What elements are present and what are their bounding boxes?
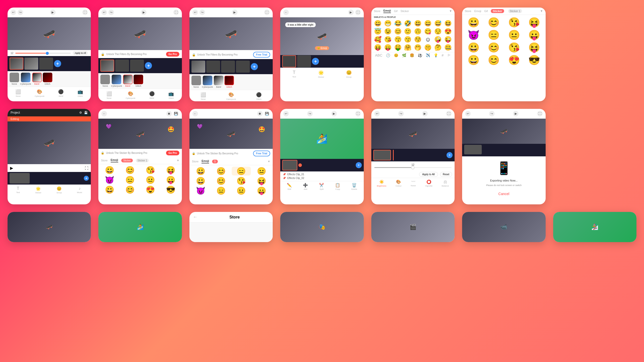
emoji-17[interactable]: 🥰 [373,36,382,43]
sg-e3[interactable]: 😘 [141,166,160,174]
sg-e8[interactable]: 😛 [161,175,180,184]
abc-activity[interactable]: ⚽ [418,53,422,57]
nav-balance-tab[interactable]: ⚖Balance [442,179,449,187]
sticker-7[interactable]: 😐 [505,29,523,40]
nav-edit-e[interactable]: ✏️Edit [287,183,292,190]
back-sticker-gopro[interactable]: ← [101,111,107,116]
play-btn[interactable]: ▶ [50,10,56,15]
sft-e2[interactable]: 😊 [211,167,231,175]
play-btn-2[interactable]: ▶ [141,10,146,15]
nav-split-e[interactable]: ✂️Split [319,183,324,190]
sft-e5[interactable]: 😀 [191,176,210,185]
sg-e9[interactable]: 😀 [100,185,119,194]
emoji-23[interactable]: 🤪 [433,36,442,43]
nav-delete-e[interactable]: 🗑️Delete [351,183,357,190]
timeline-thumb-3a[interactable] [191,61,205,73]
fullscreen-btn-3[interactable]: ⛶ [264,10,270,15]
sg-e10[interactable]: 😊 [120,185,140,194]
filter-cyberpunk-2[interactable]: Cyberpunk [111,75,122,87]
timeline-thumb-3[interactable] [39,58,53,70]
play-project[interactable]: ▶ [10,166,13,170]
sg-e12[interactable]: 😎 [161,185,180,194]
nav-copy-e[interactable]: 📋Copy [335,183,340,190]
add-clip-btn-4[interactable]: + [312,58,319,65]
sg-e2[interactable]: 😊 [120,166,140,174]
undo-btn-3[interactable]: ↩ [192,10,198,15]
sticker-sub-6[interactable]: Sticker 1 [508,9,522,13]
sft-e9[interactable]: 😈 [191,186,210,195]
tab-gif-6[interactable]: Gif [484,10,488,13]
emoji-28[interactable]: 🤗 [403,44,412,51]
fullscreen-btn-2[interactable]: ⛶ [173,10,179,15]
filter-none-3[interactable]: None [191,76,201,88]
expand-5[interactable]: ▼ [449,9,452,13]
nav-music-p[interactable]: ♪Music [77,186,82,194]
undo-effects[interactable]: ↩ [283,111,289,116]
emoji-10[interactable]: 😉 [383,28,392,35]
abc-smile[interactable]: 😊 [394,53,398,57]
timeline-thumb-4b[interactable] [297,55,311,67]
tab-sticker-badge-6[interactable]: Sticker [491,9,504,13]
tab-store-sg[interactable]: Store [101,159,107,162]
abc-recent[interactable]: 🕐 [386,53,390,57]
nav-emoji-p[interactable]: 😊Emoji [57,186,62,194]
save-icon[interactable]: 💾 [84,111,88,114]
sticker-2[interactable]: 😊 [484,17,503,28]
nav-cyberpunk-3[interactable]: 🎨Cyberpunk [226,92,236,100]
filter-bw-3[interactable]: B&W [214,76,223,88]
abc-symbols[interactable]: # [441,53,444,57]
filter-bw[interactable]: B&W [32,73,42,85]
undo-btn[interactable]: ↩ [11,10,16,15]
sticker-ft-btn[interactable]: Free Trial [253,151,270,156]
slider-track[interactable] [15,53,71,54]
add-clip-btn-3[interactable]: + [251,63,258,70]
emoji-7[interactable]: 😅 [433,20,442,27]
emoji-6[interactable]: 😄 [423,20,432,27]
emoji-2[interactable]: 😁 [383,20,392,27]
expand-br[interactable]: ⛶ [446,111,452,116]
filter-glitch-2[interactable]: Glitch [134,75,143,87]
play-btn-3[interactable]: ▶ [232,10,237,15]
sticker-gopro-btn[interactable]: Go Pro [166,151,179,155]
abc-travel[interactable]: ✈️ [426,53,430,57]
redo-btn[interactable]: ↪ [18,10,23,15]
filter-glitch-3[interactable]: Glitch [224,76,234,88]
nav-sticker-4[interactable]: 🌟Sticker [318,70,324,78]
sft-e6[interactable]: 😊 [211,176,231,185]
br-thumb[interactable] [373,150,391,160]
filter-none[interactable]: None [10,73,19,85]
emoji-27[interactable]: 🤑 [393,44,403,51]
abc-icon[interactable]: ABC [375,53,382,57]
sg-e6[interactable]: 😑 [120,175,140,184]
sticker-9[interactable]: 😀 [464,42,483,53]
sft-e10[interactable]: 😑 [211,186,231,195]
effect-2[interactable]: 📌 Effects Clip_02 [283,177,361,179]
sg-e7[interactable]: 😐 [141,175,160,184]
tab-sticker-sg[interactable]: Sticker [121,159,133,162]
abc-food[interactable]: 🍔 [410,53,414,57]
filter-cyberpunk-3[interactable]: Cyberpunk [202,76,213,88]
redo-exp[interactable]: ↪ [489,111,495,116]
undo-btn-2[interactable]: ↩ [101,10,107,15]
tab-sub-sg[interactable]: Sticker 1 [136,159,149,162]
add-clip-btn[interactable]: + [54,60,61,67]
effect-1[interactable]: 📌 Effects Clip_01 [283,173,361,176]
emoji-5[interactable]: 😃 [413,20,422,27]
save-sticker-gopro[interactable]: 💾 [173,111,179,116]
back-sticker-ft[interactable]: ← [192,111,198,116]
fullscreen-btn[interactable]: ⛶ [82,10,88,15]
emoji-19[interactable]: 😗 [393,36,403,43]
store-back-btn[interactable]: ← [193,214,197,220]
sg-e1[interactable]: 😀 [100,166,119,174]
nav-none-2[interactable]: ⬜None [106,91,112,99]
nav-text-4[interactable]: TText [292,70,296,78]
timeline-thumb-3d[interactable] [236,61,250,73]
emoji-24[interactable]: 😜 [444,36,453,43]
sticker-10[interactable]: 😊 [484,42,503,53]
timeline-thumb-3b[interactable] [206,61,220,73]
abc-flags[interactable]: 🏳 [447,53,451,57]
nav-emoji-4[interactable]: 😊Emoji [346,70,352,78]
sft-e3[interactable]: 😑 [232,167,251,175]
sft-e12[interactable]: 😛 [252,186,271,195]
reset-btn[interactable]: Reset [440,172,452,177]
